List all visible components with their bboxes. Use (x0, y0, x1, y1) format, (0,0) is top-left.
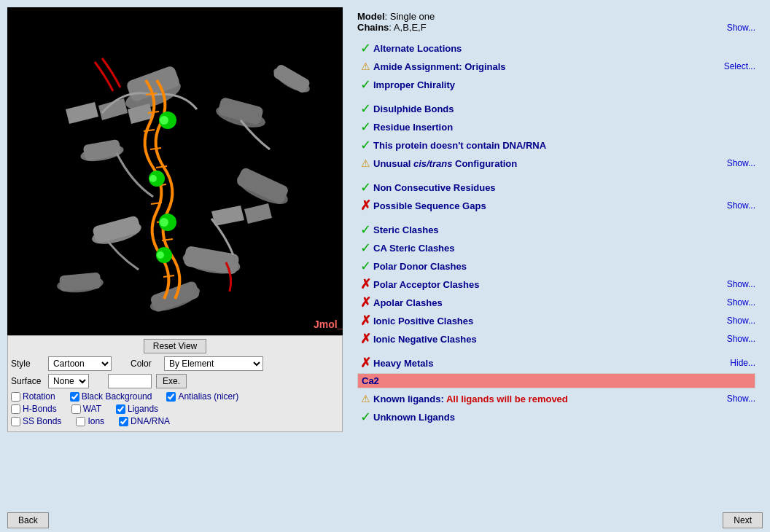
error-icon-6: ✗ (357, 355, 373, 371)
ligands-label: Ligands (128, 404, 158, 414)
error-icon-3: ✗ (357, 294, 373, 310)
style-select[interactable]: Cartoon Ball & Stick Spacefill Ribbon Ba… (48, 356, 112, 371)
wat-label: WAT (83, 404, 101, 414)
chains-show-link[interactable]: Show... (727, 23, 755, 33)
check-alternate-locations: ✓ Alternate Locations (357, 40, 755, 56)
surface-select[interactable]: None Dot Mesh Solid (48, 374, 89, 388)
residue-insertion-text: Residue Insertion (373, 122, 755, 133)
check-known-ligands: ⚠ Known ligands: All ligands will be rem… (357, 391, 755, 407)
ss-bonds-label: SS Bonds (23, 416, 61, 426)
ionic-negative-clashes-text: Ionic Negative Clashes (373, 334, 727, 345)
ca2-highlight-row: Ca2 (357, 373, 755, 388)
sequence-gaps-text: Possible Sequence Gaps (373, 200, 727, 211)
non-consecutive-text: Non Consecutive Residues (373, 182, 755, 193)
ok-icon-9: ✓ (357, 258, 373, 274)
svg-point-38 (149, 175, 157, 182)
model-value: Single one (390, 11, 435, 22)
chains-label: Chains (357, 22, 389, 33)
reset-view-button[interactable]: Reset View (144, 339, 206, 353)
rotation-checkbox-item: Rotation (11, 391, 55, 402)
check-ionic-positive-clashes: ✗ Ionic Positive Clashes Show... (357, 313, 755, 329)
black-bg-checkbox[interactable] (70, 392, 79, 402)
black-bg-checkbox-item: Black Background (70, 391, 152, 402)
check-no-dna-rna: ✓ This protein doesn't contain DNA/RNA (357, 137, 755, 153)
gap-4 (357, 349, 755, 355)
color-label: Color (131, 359, 160, 369)
color-select[interactable]: By Element Chain Secondary Structure Tem… (164, 356, 263, 371)
ions-checkbox[interactable] (76, 417, 85, 426)
known-ligands-show-link[interactable]: Show... (727, 394, 755, 404)
left-panel: Jmol_S Reset View Style Cartoon Ball & S… (7, 7, 343, 501)
alternate-locations-text: Alternate Locations (373, 43, 755, 54)
check-sequence-gaps: ✗ Possible Sequence Gaps Show... (357, 197, 755, 214)
warn-icon: ⚠ (357, 60, 373, 72)
wat-checkbox[interactable] (71, 404, 81, 414)
amide-select-link[interactable]: Select... (724, 61, 755, 71)
check-unknown-ligands: ✓ Unknown Ligands (357, 409, 755, 425)
ok-icon-10: ✓ (357, 409, 373, 425)
cis-trans-show-link[interactable]: Show... (727, 158, 755, 168)
controls-panel: Reset View Style Cartoon Ball & Stick Sp… (7, 335, 343, 432)
known-ligands-text: Known ligands: All ligands will be remov… (373, 394, 727, 404)
ligands-checkbox[interactable] (116, 404, 125, 414)
disulphide-bonds-text: Disulphide Bonds (373, 103, 755, 114)
exe-button[interactable]: Exe. (156, 374, 187, 388)
check-residue-insertion: ✓ Residue Insertion (357, 119, 755, 135)
check-ionic-negative-clashes: ✗ Ionic Negative Clashes Show... (357, 331, 755, 347)
check-steric-clashes: ✓ Steric Clashes (357, 222, 755, 238)
ss-bonds-checkbox[interactable] (11, 417, 20, 426)
check-polar-acceptor-clashes: ✗ Polar Acceptor Clashes Show... (357, 276, 755, 292)
antialias-checkbox[interactable] (166, 392, 176, 402)
error-icon-5: ✗ (357, 331, 373, 347)
check-non-consecutive: ✓ Non Consecutive Residues (357, 179, 755, 195)
dna-rna-checkbox[interactable] (119, 417, 128, 426)
check-heavy-metals: ✗ Heavy Metals Hide... (357, 355, 755, 371)
polar-acceptor-show-link[interactable]: Show... (727, 279, 755, 289)
check-ca-steric-clashes: ✓ CA Steric Clashes (357, 240, 755, 256)
ok-icon: ✓ (357, 40, 373, 56)
ok-icon-5: ✓ (357, 137, 373, 153)
apolar-clashes-show-link[interactable]: Show... (727, 297, 755, 308)
color-text-input[interactable] (108, 374, 152, 388)
svg-point-40 (160, 218, 168, 227)
rotation-label: Rotation (23, 391, 55, 402)
svg-point-36 (160, 116, 168, 125)
check-disulphide-bonds: ✓ Disulphide Bonds (357, 101, 755, 117)
antialias-label: Antialias (nicer) (178, 391, 238, 402)
ligands-checkbox-item: Ligands (116, 404, 158, 414)
surface-label: Surface (11, 376, 44, 386)
check-polar-donor-clashes: ✓ Polar Donor Clashes (357, 258, 755, 274)
right-panel: Model: Single one Chains: A,B,E,F Show..… (350, 7, 763, 501)
ss-bonds-checkbox-item: SS Bonds (11, 416, 61, 426)
unknown-ligands-text: Unknown Ligands (373, 412, 755, 423)
hbonds-checkbox-item: H-Bonds (11, 404, 57, 414)
heavy-metals-hide-link[interactable]: Hide... (730, 358, 755, 368)
model-info: Model: Single one Chains: A,B,E,F Show..… (357, 11, 755, 33)
ionic-positive-show-link[interactable]: Show... (727, 316, 755, 326)
svg-text:Jmol_S: Jmol_S (314, 318, 343, 330)
no-dna-rna-text: This protein doesn't contain DNA/RNA (373, 140, 755, 151)
polar-donor-clashes-text: Polar Donor Clashes (373, 261, 755, 272)
amide-assignment-text: Amide Assignment: Originals (373, 61, 724, 72)
antialias-checkbox-item: Antialias (nicer) (166, 391, 238, 402)
svg-point-42 (157, 251, 164, 259)
ca-steric-clashes-text: CA Steric Clashes (373, 243, 755, 254)
ok-icon-3: ✓ (357, 101, 373, 117)
check-amide-assignment: ⚠ Amide Assignment: Originals Select... (357, 58, 755, 74)
ca2-text: Ca2 (362, 375, 379, 386)
ionic-negative-show-link[interactable]: Show... (727, 334, 755, 344)
polar-acceptor-clashes-text: Polar Acceptor Clashes (373, 279, 727, 290)
back-button[interactable]: Back (7, 512, 49, 528)
wat-checkbox-item: WAT (71, 404, 101, 414)
hbonds-checkbox[interactable] (11, 404, 20, 414)
hbonds-label: H-Bonds (23, 404, 57, 414)
sequence-gaps-show-link[interactable]: Show... (727, 200, 755, 211)
check-improper-chirality: ✓ Improper Chirality (357, 77, 755, 93)
ok-icon-7: ✓ (357, 222, 373, 238)
gap-3 (357, 216, 755, 222)
next-button[interactable]: Next (723, 512, 763, 528)
improper-chirality-text: Improper Chirality (373, 79, 755, 90)
rotation-checkbox[interactable] (11, 392, 20, 402)
ok-icon-8: ✓ (357, 240, 373, 256)
ok-icon-6: ✓ (357, 179, 373, 195)
